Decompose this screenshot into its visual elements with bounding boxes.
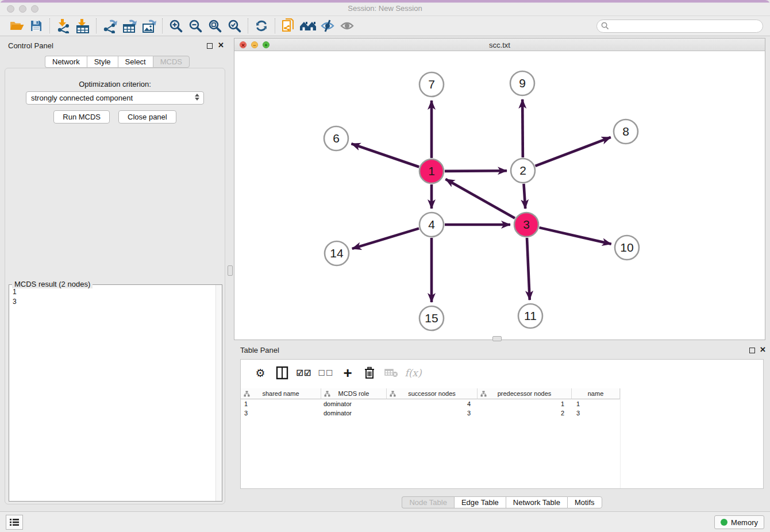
network-window-title: scc.txt xyxy=(234,41,765,49)
edge-2-9[interactable] xyxy=(522,99,523,157)
control-panel-tabs: NetworkStyleSelectMCDS xyxy=(45,56,190,68)
edge-2-3[interactable] xyxy=(523,184,525,209)
mcds-result-box: MCDS result (2 nodes) 13 xyxy=(9,284,222,502)
table-cell: dominator xyxy=(321,400,387,410)
select-all-columns-icon[interactable]: ☑☑ xyxy=(293,363,315,383)
graph-node-label: 7 xyxy=(428,78,435,91)
close-panel-icon[interactable]: ✕ xyxy=(760,347,766,353)
graph-node-6[interactable]: 6 xyxy=(324,126,348,151)
network-view-window: ✕ − + scc.txt 7968124314101511 xyxy=(234,38,765,340)
main-toolbar xyxy=(0,16,770,36)
tab-style[interactable]: Style xyxy=(87,56,118,68)
table-settings-icon[interactable]: ⚙ xyxy=(249,363,271,383)
column-header-predecessor-nodes[interactable]: predecessor nodes xyxy=(478,388,572,399)
clone-network-icon[interactable] xyxy=(279,17,298,34)
import-network-icon[interactable] xyxy=(53,17,73,34)
vertical-splitter-handle[interactable] xyxy=(228,265,233,276)
close-panel-button[interactable]: Close panel xyxy=(118,110,176,124)
edge-2-8[interactable] xyxy=(536,137,611,166)
edge-3-11[interactable] xyxy=(527,238,530,300)
tab-select[interactable]: Select xyxy=(118,56,153,68)
memory-button[interactable]: Memory xyxy=(714,515,764,529)
graph-node-9[interactable]: 9 xyxy=(510,71,534,95)
edge-1-6[interactable] xyxy=(351,144,419,167)
export-network-icon[interactable] xyxy=(100,17,120,34)
graph-node-1[interactable]: 1 xyxy=(419,159,444,183)
graph-node-14[interactable]: 14 xyxy=(325,241,349,265)
result-scrollbar[interactable] xyxy=(215,285,222,501)
delete-column-icon[interactable] xyxy=(359,363,380,383)
graph-node-label: 3 xyxy=(523,218,530,231)
column-header-shared-name[interactable]: shared name xyxy=(241,388,321,399)
toolbar-separator xyxy=(96,18,97,33)
delete-table-icon xyxy=(380,363,402,383)
export-table-icon[interactable] xyxy=(120,17,139,34)
float-window-icon[interactable] xyxy=(207,43,213,49)
tab-mcds[interactable]: MCDS xyxy=(153,56,190,68)
tab-motifs[interactable]: Motifs xyxy=(567,496,602,508)
criterion-select[interactable]: strongly connected component xyxy=(26,91,204,105)
zoom-selected-icon[interactable] xyxy=(225,17,244,34)
first-neighbors-icon[interactable] xyxy=(298,17,318,34)
table-cell: 4 xyxy=(387,400,478,410)
tab-network-table[interactable]: Network Table xyxy=(506,496,567,508)
table-row[interactable]: 3dominator323 xyxy=(241,410,620,419)
refresh-icon[interactable] xyxy=(252,17,271,34)
open-session-icon[interactable] xyxy=(7,17,26,34)
graph-node-3[interactable]: 3 xyxy=(514,213,538,237)
show-columns-icon[interactable] xyxy=(271,363,293,383)
zoom-fit-icon[interactable] xyxy=(205,17,225,34)
table-cell: dominator xyxy=(321,410,387,419)
table-cell: 3 xyxy=(241,410,321,419)
network-canvas[interactable]: 7968124314101511 xyxy=(234,51,765,340)
table-cell: 1 xyxy=(241,400,321,410)
float-window-icon[interactable] xyxy=(749,348,755,353)
tab-network[interactable]: Network xyxy=(45,56,87,68)
edge-3-1[interactable] xyxy=(445,179,515,218)
table-panel-tabs: Node TableEdge TableNetwork TableMotifs xyxy=(234,496,770,508)
graph-node-7[interactable]: 7 xyxy=(419,72,444,97)
hide-selected-icon[interactable] xyxy=(318,17,337,34)
app-window: { "window": { "title": "Session: New Ses… xyxy=(0,0,770,532)
toolbar-separator xyxy=(49,18,50,33)
criterion-selected-value: strongly connected component xyxy=(31,94,133,102)
network-canvas-svg: 7968124314101511 xyxy=(234,51,765,340)
column-header-successor-nodes[interactable]: successor nodes xyxy=(387,388,478,399)
horizontal-splitter-handle[interactable] xyxy=(492,336,502,341)
zoom-in-icon[interactable] xyxy=(166,17,186,34)
edge-1-2[interactable] xyxy=(445,171,507,171)
edge-3-10[interactable] xyxy=(539,228,611,244)
mcds-result-list: 13 xyxy=(13,287,17,307)
tab-edge-table[interactable]: Edge Table xyxy=(454,496,506,508)
graph-node-label: 2 xyxy=(519,164,526,177)
unselect-all-columns-icon[interactable]: ☐☐ xyxy=(315,363,337,383)
task-history-button[interactable] xyxy=(6,515,23,530)
graph-node-label: 4 xyxy=(428,218,435,231)
add-column-icon[interactable]: + xyxy=(337,363,359,383)
graph-node-11[interactable]: 11 xyxy=(518,304,542,328)
save-session-icon[interactable] xyxy=(26,17,46,34)
close-panel-icon[interactable]: ✕ xyxy=(218,43,224,48)
toolbar-separator xyxy=(248,18,248,33)
column-header-name[interactable]: name xyxy=(572,388,620,399)
table-row[interactable]: 1dominator411 xyxy=(241,400,620,410)
graph-node-label: 15 xyxy=(425,311,438,325)
column-header-mcds-role[interactable]: MCDS role xyxy=(321,388,387,399)
import-table-icon[interactable] xyxy=(73,17,93,34)
graph-node-4[interactable]: 4 xyxy=(419,213,444,237)
graph-node-15[interactable]: 15 xyxy=(419,306,444,330)
graph-node-8[interactable]: 8 xyxy=(614,119,638,144)
graph-node-2[interactable]: 2 xyxy=(511,159,535,183)
toolbar-separator xyxy=(275,18,275,33)
graph-node-label: 1 xyxy=(428,164,435,178)
graph-node-10[interactable]: 10 xyxy=(615,236,639,260)
edge-4-14[interactable] xyxy=(352,229,419,249)
toolbar-separator xyxy=(162,18,163,33)
memory-label: Memory xyxy=(731,518,758,527)
search-input[interactable] xyxy=(596,20,763,33)
run-mcds-button[interactable]: Run MCDS xyxy=(53,110,110,124)
zoom-out-icon[interactable] xyxy=(186,17,205,34)
tab-node-table[interactable]: Node Table xyxy=(402,496,454,508)
show-all-icon[interactable] xyxy=(337,17,357,34)
export-image-icon[interactable] xyxy=(139,17,159,34)
